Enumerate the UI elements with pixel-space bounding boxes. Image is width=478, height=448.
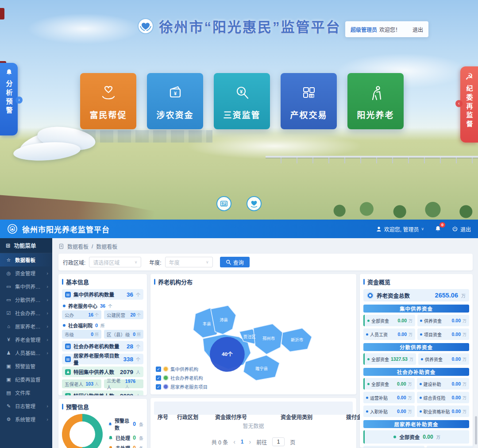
checkbox-checked-icon[interactable]: ✓ <box>156 367 161 372</box>
region-filter-label: 行政区域: <box>63 259 85 266</box>
sidebar-item-social-elderly-institutions[interactable]: ☑ 社会办养老机构 › <box>0 306 52 320</box>
tile-fumin-bangcu[interactable]: 富民帮促 <box>80 73 136 129</box>
col-allocation-no: 资金拨付序号 <box>215 413 281 421</box>
chevron-right-icon: › <box>46 337 48 342</box>
analysis-warning-tab[interactable]: 分析预警 › <box>0 63 18 135</box>
tile-yangguang-yanglao[interactable]: 阳光养老 <box>347 73 404 129</box>
section-home-care-subsidy-funds: 居家养老补助资金 <box>363 420 469 428</box>
sidebar-item-centralized-support-funds[interactable]: ▭ 集中供养资金 › <box>0 280 52 293</box>
fund-item: 全部资金0.00万 <box>363 315 415 326</box>
fund-item: 入职补贴0.00万 <box>363 406 415 417</box>
fund-item: 运营补贴0.00万 <box>363 446 424 448</box>
sidebar-item-fund-management[interactable]: ◎ 资金管理 › <box>0 266 52 280</box>
tile-chanquan-jiaoyi[interactable]: 交易 产权交易 <box>281 73 337 129</box>
search-button[interactable]: 查询 <box>220 257 250 267</box>
folder-icon: ▭ <box>6 284 12 290</box>
fund-item: 建设补助0.00万 <box>417 378 469 390</box>
sidebar-item-file-library[interactable]: ▤ 文件库 <box>0 386 52 399</box>
filter-bar: 行政区域: 请选择区域 ∨ 年度: 年度 ∨ 查询 <box>58 254 473 270</box>
folder-icon: ▭ <box>6 297 12 303</box>
id-card-icon <box>219 199 229 209</box>
checkbox-checked-icon[interactable]: ✓ <box>156 384 161 390</box>
search-icon <box>226 259 231 265</box>
funds-overview-title: 资金概览 <box>363 278 469 286</box>
fund-item: 供养资金0.00万 <box>418 353 469 365</box>
warning-info-title: 预警信息 <box>62 402 143 411</box>
basic-info-panel: 基本信息 ▤ 集中供养机构数量 36 个 养老服务中心 36 个 <box>58 274 147 395</box>
sidebar-item-pension-management[interactable]: ¥ 养老金管理 › <box>0 333 52 346</box>
map-panel-title: 养老机构分布 <box>154 278 353 286</box>
svg-text:¥: ¥ <box>239 89 243 94</box>
checkbox-checked-icon[interactable]: ✓ <box>156 375 161 381</box>
stat-decentralized-supported-persons: ♟ 特困分散供养人数 9088 人 <box>62 390 143 395</box>
region-select[interactable]: 请选择区域 ∨ <box>89 257 141 267</box>
next-page-button[interactable]: › <box>249 438 251 445</box>
sidebar-item-system-management[interactable]: ⚙ 系统管理 › <box>0 413 52 426</box>
chevron-down-icon: ∨ <box>206 260 209 264</box>
breadcrumb-root[interactable]: 数据看板 <box>67 243 89 250</box>
logout-button[interactable]: 退出 <box>452 225 471 233</box>
prev-page-button[interactable]: ‹ <box>233 438 235 445</box>
chip-public-built-private-run: 公建民营 20 个 <box>104 310 143 319</box>
warning-total-row: 预警总数 0 条 <box>108 417 143 431</box>
chip-county-level: 区（县）级 0 所 <box>104 330 143 339</box>
year-filter-label: 年度: <box>149 259 161 266</box>
sidebar-item-warning-supervision[interactable]: ▣ 预警监管 <box>0 359 52 373</box>
wallet-yuan-icon: ¥ <box>165 82 186 104</box>
warning-unhandled-row: 未处理 0 条 <box>108 444 143 448</box>
hero-user-box: 超级管理员 欢迎您！ 退出 <box>345 21 428 37</box>
home-care-total-row: 全部资金 0.00 万 <box>363 430 469 444</box>
year-select[interactable]: 年度 ∨ <box>165 257 213 267</box>
chevron-right-icon: › <box>46 350 48 355</box>
stat-centralized-supported-persons: ♟ 特困集中供养人数 2079 人 <box>62 367 143 377</box>
warning-handled-row: 已处理 0 条 <box>108 434 143 441</box>
section-social-subsidy-funds: 社会办补助资金 <box>363 368 469 376</box>
ring-icon <box>367 292 374 299</box>
warning-donut-chart <box>62 414 103 448</box>
chevron-right-icon: › <box>46 284 48 289</box>
warning-info-panel: 预警信息 预警总数 0 条 <box>58 399 147 448</box>
expand-right-icon[interactable]: › <box>15 97 23 104</box>
chevron-right-icon: › <box>46 270 48 276</box>
sidebar-item-log-management[interactable]: ✎ 日志管理 › <box>0 399 52 413</box>
funds-overview-panel: 资金概览 养老资金总数 2655.06 万 集中供养资金 全部资金0.00万 供… <box>360 274 473 448</box>
bullet-dot <box>63 305 66 307</box>
pagination-total: 共 0 条 <box>212 438 228 446</box>
bridge-posts <box>266 158 478 163</box>
goto-page-input[interactable]: 1 <box>272 437 285 446</box>
promenade <box>0 187 199 220</box>
sidebar-item-home-care-service-projects[interactable]: ⌂ 居家养老服务项目 › <box>0 320 52 333</box>
sidebar-menu-header: ⊞ 功能菜单 <box>0 238 52 253</box>
discipline-supervision-tab[interactable]: ☭ 纪委再监督 ‹ <box>460 66 478 143</box>
marker-green-icon <box>164 376 168 380</box>
stat-home-care-projects: ▤ 居家养老服务项目数量 338 个 <box>62 354 143 364</box>
expand-left-icon[interactable]: ‹ <box>455 100 463 107</box>
stat-social-institutions: ▤ 社会办养老机构数量 28 个 <box>62 341 143 351</box>
hero-logout-button[interactable]: 退出 <box>412 26 423 33</box>
scrollbar-thumb[interactable] <box>475 416 477 444</box>
district-label: 邳州市 <box>262 336 275 341</box>
current-page-button[interactable]: 1 <box>241 439 244 445</box>
sidebar: ⊞ 功能菜单 ☆ 数据看板 ◎ 资金管理 › ▭ 集中供养资金 › ▭ 分散供养… <box>0 238 52 448</box>
sidebar-item-data-dashboard[interactable]: ☆ 数据看板 <box>0 253 52 266</box>
sidebar-item-decentralized-support-funds[interactable]: ▭ 分散供养资金 › <box>0 293 52 306</box>
tile-label: 阳光养老 <box>357 108 394 120</box>
goto-label: 前往 <box>256 438 267 446</box>
notifications-button[interactable]: 0 <box>435 225 441 232</box>
tile-shenong-zijin[interactable]: ¥ 涉农资金 <box>147 73 203 129</box>
care-heart-shortcut-button[interactable] <box>247 196 262 211</box>
tile-sanzi-jianguan[interactable]: ¥ 三资监管 <box>214 73 270 129</box>
marker-blue-icon <box>164 385 168 389</box>
sidebar-item-discipline-re-supervision[interactable]: ▣ 纪委再监督 <box>0 373 52 386</box>
app-logo-icon <box>7 224 18 234</box>
page-unit-label: 页 <box>290 438 295 446</box>
trees <box>328 197 478 220</box>
sidebar-item-personnel-basic-info[interactable]: ♟ 人员基础信息 › <box>0 346 52 359</box>
user-menu[interactable]: 欢迎您, 管理员 ∨ <box>376 225 424 233</box>
archive-icon: ▤ <box>6 390 12 396</box>
id-card-shortcut-button[interactable] <box>216 196 231 211</box>
fund-allocation-table-panel: 序号 行政区划 资金拨付序号 资金使用类别 拨付金额（元） 拨付日期 暂无数据 … <box>150 398 356 448</box>
legend-home-care-projects: ✓ 居家养老服务项目 <box>156 383 208 390</box>
bell-icon <box>108 435 113 441</box>
checkbox-icon: ☑ <box>6 310 12 316</box>
